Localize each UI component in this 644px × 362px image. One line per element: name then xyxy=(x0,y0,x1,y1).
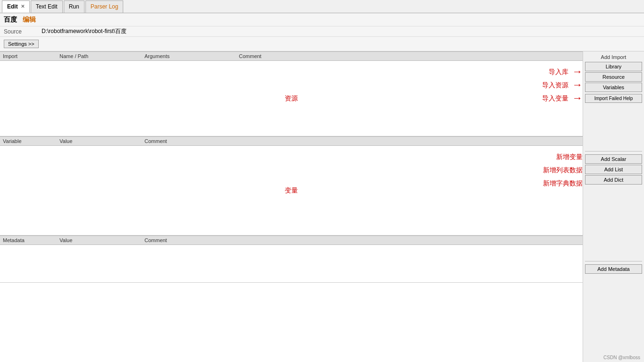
add-import-label: Add Import xyxy=(585,53,642,61)
import-col1: Import xyxy=(3,53,59,59)
metadata-header: Metadata Value Comment xyxy=(0,236,583,245)
arrow-variables: → xyxy=(572,93,583,103)
arrow-resource: → xyxy=(572,80,583,90)
tab-edit-label: Edit xyxy=(7,3,18,10)
annotation-list-text: 新增列表数据 xyxy=(543,166,583,175)
sidebar-divider-1 xyxy=(585,151,642,152)
import-header: Import Name / Path Arguments Comment xyxy=(0,51,583,61)
library-button[interactable]: Library xyxy=(585,62,642,71)
annotation-dict-text: 新增字典数据 xyxy=(543,179,583,188)
annotation-resource-text: 导入资源 xyxy=(542,81,568,90)
tab-text-edit-label: Text Edit xyxy=(36,3,58,10)
source-bar: Source D:\robotframework\robot-first\百度 xyxy=(0,26,644,37)
settings-button[interactable]: Settings >> xyxy=(4,40,39,48)
variable-table-area: 变量 新增变量 新增列表数据 新增字典数据 xyxy=(0,146,583,236)
tab-run[interactable]: Run xyxy=(64,0,85,13)
annotation-variables-text: 导入变量 xyxy=(542,94,568,103)
variable-col1: Variable xyxy=(3,138,59,144)
import-col4: Comment xyxy=(239,53,580,59)
source-path: D:\robotframework\robot-first\百度 xyxy=(42,27,127,35)
watermark: CSDN @xmlboss xyxy=(603,355,640,360)
add-list-button[interactable]: Add List xyxy=(585,165,642,174)
import-failed-help-button[interactable]: Import Failed Help xyxy=(585,94,642,103)
tab-text-edit[interactable]: Text Edit xyxy=(31,0,63,13)
annotation-list-row: 新增列表数据 xyxy=(543,164,583,177)
metadata-col2: Value xyxy=(59,237,144,243)
variable-placeholder: 变量 xyxy=(285,186,298,195)
tab-parser-log[interactable]: Parser Log xyxy=(85,0,124,13)
annotation-resource-row: 导入资源 → xyxy=(542,79,583,92)
metadata-col3: Comment xyxy=(144,237,239,243)
add-scalar-button[interactable]: Add Scalar xyxy=(585,154,642,164)
tab-run-label: Run xyxy=(69,3,79,10)
title-bar: 百度 编辑 xyxy=(0,13,644,26)
import-section-wrapper: Import Name / Path Arguments Comment 资源 … xyxy=(0,51,583,136)
metadata-table-area xyxy=(0,245,583,283)
tab-bar: Edit ✕ Text Edit Run Parser Log xyxy=(0,0,644,13)
annotation-scalar-row: 新增变量 xyxy=(543,151,583,164)
right-sidebar: Add Import Library Resource Variables Im… xyxy=(583,51,644,362)
import-col3: Arguments xyxy=(144,53,239,59)
file-title: 百度 xyxy=(4,16,17,24)
edit-label: 编辑 xyxy=(23,16,36,24)
arrow-library: → xyxy=(572,67,583,77)
annotation-library-row: 导入库 → xyxy=(542,66,583,79)
add-metadata-button[interactable]: Add Metadata xyxy=(585,264,642,274)
source-label: Source xyxy=(4,28,32,35)
annotation-variables-row: 导入变量 → xyxy=(542,92,583,105)
variables-button[interactable]: Variables xyxy=(585,83,642,92)
annotation-dict-row: 新增字典数据 xyxy=(543,177,583,190)
tab-edit[interactable]: Edit ✕ xyxy=(2,0,30,13)
annotation-scalar-text: 新增变量 xyxy=(556,153,583,161)
main-content: Import Name / Path Arguments Comment 资源 … xyxy=(0,51,644,362)
settings-bar: Settings >> xyxy=(0,37,644,51)
sidebar-divider-2 xyxy=(585,261,642,261)
import-table-area: 资源 导入库 → 导入资源 → 导入变量 → xyxy=(0,61,583,136)
left-panel: Import Name / Path Arguments Comment 资源 … xyxy=(0,51,583,362)
resource-button[interactable]: Resource xyxy=(585,72,642,82)
tab-edit-close[interactable]: ✕ xyxy=(21,4,25,9)
import-annotations: 导入库 → 导入资源 → 导入变量 → xyxy=(542,66,583,105)
metadata-section-wrapper: Metadata Value Comment xyxy=(0,236,583,283)
import-col2: Name / Path xyxy=(59,53,144,59)
metadata-col1: Metadata xyxy=(3,237,59,243)
variable-col3: Comment xyxy=(144,138,239,144)
variable-header: Variable Value Comment xyxy=(0,136,583,146)
variable-section-wrapper: Variable Value Comment 变量 新增变量 新增列表数据 新增… xyxy=(0,136,583,236)
variable-annotations: 新增变量 新增列表数据 新增字典数据 xyxy=(543,151,583,190)
tab-parser-log-label: Parser Log xyxy=(91,3,119,10)
add-dict-button[interactable]: Add Dict xyxy=(585,175,642,185)
variable-col2: Value xyxy=(59,138,144,144)
annotation-library-text: 导入库 xyxy=(549,68,568,76)
import-placeholder: 资源 xyxy=(285,94,298,103)
